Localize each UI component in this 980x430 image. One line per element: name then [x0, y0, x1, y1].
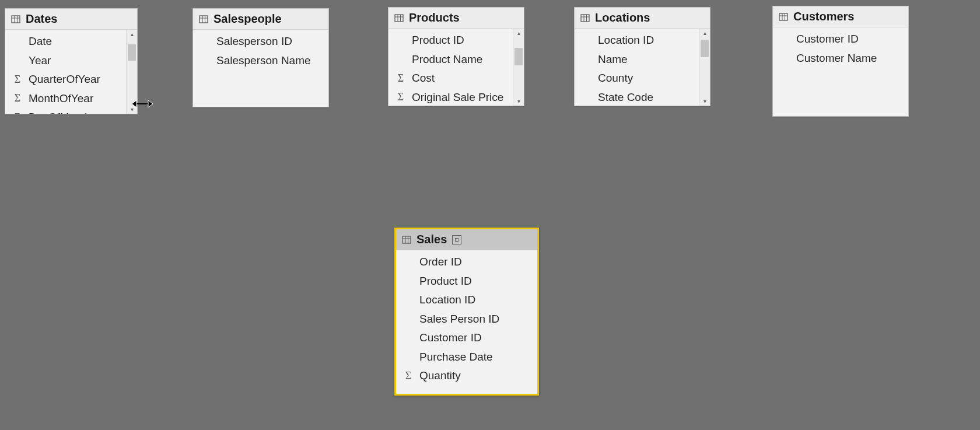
table-sales[interactable]: Sales Order ID Product ID Location ID Sa… [394, 228, 539, 396]
field-list-products[interactable]: Product ID Product Name ΣCost ΣOriginal … [388, 29, 513, 106]
field-row[interactable]: Product ID [396, 272, 537, 291]
table-products[interactable]: Products Product ID Product Name ΣCost Σ… [388, 7, 524, 106]
field-list-sales[interactable]: Order ID Product ID Location ID Sales Pe… [396, 250, 537, 394]
table-locations[interactable]: Locations Location ID Name County State … [574, 7, 710, 106]
table-title: Products [409, 11, 460, 25]
table-header-salespeople[interactable]: Salespeople [193, 9, 328, 30]
table-icon [779, 12, 788, 22]
scrollbar[interactable]: ▴ ▾ [513, 29, 524, 106]
scrollbar[interactable]: ▴ ▾ [126, 30, 137, 114]
table-header-sales[interactable]: Sales [396, 229, 537, 250]
svg-rect-17 [581, 15, 589, 22]
table-title: Salespeople [214, 12, 282, 26]
scroll-thumb[interactable] [514, 48, 523, 65]
field-row[interactable]: County [575, 69, 699, 88]
table-title: Customers [793, 10, 854, 23]
field-row[interactable]: Year [5, 51, 126, 71]
field-row[interactable]: ΣMonthOfYear [5, 89, 126, 109]
svg-rect-0 [12, 16, 20, 23]
field-row[interactable]: ΣQuantity [396, 366, 537, 386]
sigma-icon: Σ [11, 90, 24, 106]
sigma-icon: Σ [402, 368, 415, 384]
scroll-track[interactable] [513, 37, 524, 97]
scroll-track[interactable] [699, 37, 710, 97]
field-row[interactable]: Order ID [396, 253, 537, 272]
scroll-up-icon[interactable]: ▴ [704, 29, 706, 37]
field-row[interactable]: Product ID [388, 31, 513, 50]
field-row[interactable]: State Code [575, 88, 699, 106]
field-row[interactable]: ΣCost [388, 69, 513, 88]
table-icon [394, 13, 404, 23]
svg-rect-21 [779, 13, 788, 20]
field-list-customers[interactable]: Customer ID Customer Name [773, 27, 908, 116]
table-title: Dates [26, 12, 57, 26]
svg-rect-25 [402, 236, 411, 243]
scroll-thumb[interactable] [701, 40, 709, 57]
field-row[interactable]: Customer ID [396, 328, 537, 348]
field-list-locations[interactable]: Location ID Name County State Code State [575, 29, 699, 106]
svg-rect-9 [200, 16, 208, 23]
scroll-thumb[interactable] [128, 44, 136, 61]
field-row[interactable]: Customer ID [773, 30, 908, 49]
field-row[interactable]: Purchase Date [396, 348, 537, 367]
table-icon [11, 15, 20, 24]
table-icon [580, 13, 590, 23]
table-header-products[interactable]: Products [388, 8, 524, 29]
scroll-track[interactable] [127, 39, 137, 105]
field-row[interactable]: ΣDayOfMonth [5, 108, 126, 114]
table-header-dates[interactable]: Dates [5, 9, 137, 30]
scroll-down-icon[interactable]: ▾ [517, 97, 520, 106]
field-row[interactable]: Salesperson Name [193, 51, 328, 71]
field-row[interactable]: Product Name [388, 50, 513, 69]
scroll-up-icon[interactable]: ▴ [517, 29, 520, 37]
scroll-down-icon[interactable]: ▾ [704, 97, 706, 106]
field-row[interactable]: Location ID [396, 291, 537, 310]
field-row[interactable]: ΣOriginal Sale Price [388, 88, 513, 106]
table-header-customers[interactable]: Customers [773, 6, 908, 27]
field-row[interactable]: Name [575, 50, 699, 69]
field-list-salespeople[interactable]: Salesperson ID Salesperson Name [193, 30, 328, 107]
table-customers[interactable]: Customers Customer ID Customer Name [772, 6, 909, 117]
storage-mode-icon[interactable] [452, 235, 461, 244]
field-row[interactable]: Location ID [575, 31, 699, 50]
field-row[interactable]: Salesperson ID [193, 32, 328, 51]
sigma-icon: Σ [394, 71, 407, 86]
field-row[interactable]: Sales Person ID [396, 310, 537, 329]
field-row[interactable]: ΣQuarterOfYear [5, 70, 126, 89]
svg-marker-5 [148, 100, 153, 107]
table-salespeople[interactable]: Salespeople Salesperson ID Salesperson N… [192, 8, 329, 107]
table-icon [199, 15, 208, 24]
scroll-up-icon[interactable]: ▴ [131, 30, 134, 39]
sigma-icon: Σ [11, 72, 24, 88]
table-title: Locations [595, 11, 650, 25]
svg-marker-8 [148, 100, 153, 107]
scrollbar[interactable]: ▴ ▾ [699, 29, 710, 106]
sigma-icon: Σ [394, 89, 407, 105]
field-list-dates[interactable]: Date Year ΣQuarterOfYear ΣMonthOfYear ΣD… [5, 30, 126, 114]
table-icon [402, 235, 411, 244]
table-dates[interactable]: Dates Date Year ΣQuarterOfYear ΣMonthOfY… [5, 8, 138, 114]
svg-rect-13 [395, 15, 403, 22]
field-row[interactable]: Customer Name [773, 49, 908, 68]
table-title: Sales [416, 233, 447, 246]
field-row[interactable]: Date [5, 32, 126, 51]
sigma-icon: Σ [11, 110, 24, 114]
scroll-down-icon[interactable]: ▾ [131, 105, 134, 114]
table-header-locations[interactable]: Locations [575, 8, 710, 29]
